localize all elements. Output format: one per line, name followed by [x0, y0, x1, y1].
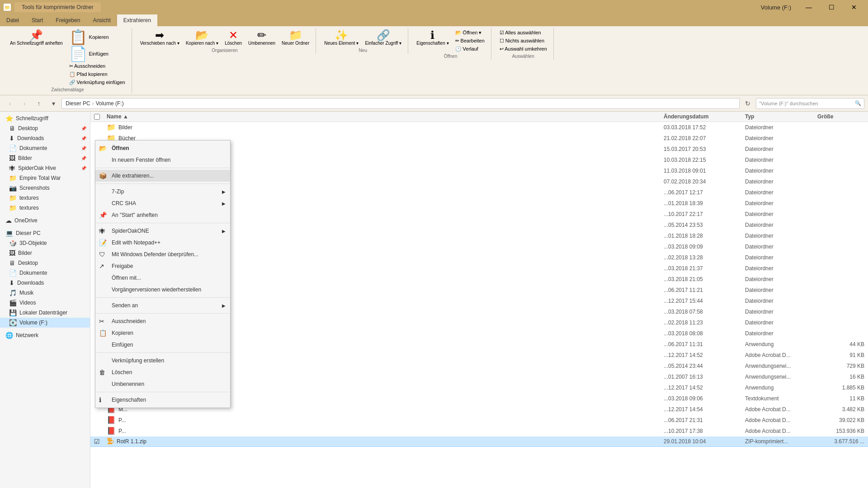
forward-button[interactable]: › — [18, 97, 31, 110]
ribbon-btn-loeschen[interactable]: ✕ Löschen — [222, 29, 245, 47]
ctx-item-kopieren[interactable]: 📋 Kopieren — [95, 327, 230, 339]
ctx-item-umbenennen[interactable]: Umbenennen — [95, 378, 230, 390]
sidebar-item-textures1[interactable]: 📁 textures — [0, 193, 90, 203]
recent-locations-button[interactable]: ▾ — [47, 97, 60, 110]
ribbon-btn-einfuegen[interactable]: 📄 Einfügen — [66, 46, 128, 62]
textures1-icon: 📁 — [9, 194, 17, 202]
ctx-item-crc-sha[interactable]: CRC SHA ▶ — [95, 197, 230, 209]
ctx-item-oeffnen[interactable]: 📂 Öffnen — [95, 142, 230, 154]
header-type[interactable]: Typ — [741, 113, 814, 120]
ribbon-select-buttons: ☑ Alles auswählen ☐ Nichts auswählen ↩ A… — [497, 29, 550, 53]
sidebar-item-3dobjekte[interactable]: 🎲 3D-Objekte — [0, 238, 90, 248]
ctx-item-neues-fenster[interactable]: In neuem Fenster öffnen — [95, 154, 230, 166]
header-name[interactable]: Name ▲ — [103, 113, 660, 120]
ctx-item-7zip[interactable]: 7-Zip ▶ — [95, 186, 230, 197]
ribbon-btn-nichts-auswaehlen[interactable]: ☐ Nichts auswählen — [497, 37, 550, 45]
ribbon-btn-auswahl-umkehren[interactable]: ↩ Auswahl umkehren — [497, 45, 550, 53]
header-date[interactable]: Änderungsdatum — [660, 113, 741, 120]
sidebar-item-bilder[interactable]: 🖼 Bilder 📌 — [0, 153, 90, 163]
ribbon-tab-freigeben[interactable]: Freigeben — [49, 14, 86, 26]
ctx-item-anheften-start[interactable]: 📌 An "Start" anheften — [95, 209, 230, 221]
ribbon-btn-neuer-ordner[interactable]: 📁 Neuer Ordner — [279, 29, 312, 47]
ribbon-btn-ausschneiden[interactable]: ✂ Ausschneiden — [66, 62, 128, 70]
ribbon-tab-extrahieren[interactable]: Extrahieren — [117, 14, 157, 26]
table-row[interactable]: 📁Bilder 03.03.2018 17:52 Dateiordner — [90, 122, 868, 133]
table-row[interactable]: 📕P... ...06.2017 21:31 Adobe Acrobat D..… — [90, 415, 868, 426]
address-path[interactable]: Dieser PC › Volume (F:) — [61, 98, 740, 109]
sidebar-item-desktop-pc[interactable]: 🖥 Desktop — [0, 258, 90, 268]
up-button[interactable]: ↑ — [33, 97, 45, 110]
sidebar-item-dieser-pc[interactable]: 💻 Dieser PC — [0, 228, 90, 238]
delete-ctx-icon: 🗑 — [99, 369, 105, 376]
sidebar-item-schnellzugriff[interactable]: ⭐ Schnellzugriff — [0, 113, 90, 123]
ribbon-btn-verlauf[interactable]: 🕒 Verlauf — [453, 45, 487, 53]
rename-icon: ✏ — [257, 30, 266, 41]
sidebar-item-dokumente-pc[interactable]: 📄 Dokumente — [0, 268, 90, 278]
close-button[interactable]: ✕ — [844, 0, 864, 14]
ribbon-btn-umbenennen[interactable]: ✏ Umbenennen — [245, 29, 278, 47]
ctx-item-einfuegen[interactable]: Einfügen — [95, 339, 230, 351]
sidebar-item-musik[interactable]: 🎵 Musik — [0, 288, 90, 298]
select-all-checkbox[interactable] — [94, 114, 100, 120]
ctx-item-vorgaenger[interactable]: Vorgängerversionen wiederherstellen — [95, 284, 230, 296]
ribbon-btn-oeffnen[interactable]: 📂 Öffnen ▾ — [453, 29, 487, 37]
header-checkbox[interactable] — [90, 114, 103, 120]
ribbon-open-col: 📂 Öffnen ▾ ✏ Bearbeiten 🕒 Verlauf — [453, 29, 487, 53]
ribbon-tab-datei[interactable]: Datei — [0, 14, 25, 26]
sidebar-item-netzwerk[interactable]: 🌐 Netzwerk — [0, 330, 90, 340]
ribbon-btn-bearbeiten[interactable]: ✏ Bearbeiten — [453, 37, 487, 45]
ctx-item-defender[interactable]: 🛡 Mit Windows Defender überprüfen... — [95, 249, 230, 260]
ribbon-btn-eigenschaften[interactable]: ℹ Eigenschaften ▾ — [414, 29, 451, 47]
sidebar-item-lokaler[interactable]: 💾 Lokaler Datenträger — [0, 308, 90, 318]
music-icon: 🎵 — [9, 289, 17, 296]
ctx-item-loeschen[interactable]: 🗑 Löschen — [95, 366, 230, 378]
breadcrumb-dieser-pc[interactable]: Dieser PC — [66, 100, 90, 107]
ctx-item-freigabe[interactable]: ↗ Freigabe — [95, 260, 230, 272]
search-box[interactable]: "Volume (F:)" durchsuchen 🔍 — [756, 98, 864, 109]
sidebar-item-textures2[interactable]: 📁 textures — [0, 203, 90, 213]
ctx-item-verknuepfung-erstellen[interactable]: Verknüpfung erstellen — [95, 355, 230, 366]
ribbon-btn-pfad-kopieren[interactable]: 📋 Pfad kopieren — [66, 70, 128, 78]
ctx-item-ausschneiden[interactable]: ✂ Ausschneiden — [95, 315, 230, 327]
sidebar-item-screenshots[interactable]: 📷 Screenshots — [0, 183, 90, 193]
ctx-item-senden-an[interactable]: Senden an ▶ — [95, 300, 230, 311]
sidebar-item-downloads[interactable]: ⬇ Downloads 📌 — [0, 133, 90, 143]
header-size[interactable]: Größe — [814, 113, 868, 120]
sidebar-item-volume[interactable]: 💽 Volume (F:) — [0, 318, 90, 328]
ctx-item-alle-extrahieren[interactable]: 📦 Alle extrahieren... — [95, 170, 230, 182]
sidebar-item-desktop[interactable]: 🖥 Desktop 📌 — [0, 123, 90, 133]
table-row[interactable]: 📕P... ...10.2017 17:38 Adobe Acrobat D..… — [90, 426, 868, 436]
ribbon-btn-einfacher-zugriff[interactable]: 🔗 Einfacher Zugriff ▾ — [362, 29, 404, 47]
back-button[interactable]: ‹ — [4, 97, 16, 110]
ribbon-tab-tools-compressed[interactable]: Tools für komprimierte Ordner — [14, 2, 101, 12]
maximize-button[interactable]: ☐ — [821, 0, 842, 14]
ribbon-btn-kopieren[interactable]: 📋 Kopieren — [66, 29, 128, 45]
sidebar-item-videos[interactable]: 🎬 Videos — [0, 298, 90, 308]
ctx-item-oeffnen-mit[interactable]: Öffnen mit... — [95, 272, 230, 284]
sidebar-item-empire[interactable]: 📁 Empire Total War — [0, 173, 90, 183]
ribbon-btn-verknuepfung[interactable]: 🔗 Verknüpfung einfügen — [66, 79, 128, 86]
ribbon-organize-buttons: ➡ Verschieben nach ▾ 📂 Kopieren nach ▾ ✕… — [137, 29, 312, 47]
sidebar-item-bilder-pc[interactable]: 🖼 Bilder — [0, 248, 90, 258]
share-icon: ↗ — [99, 263, 104, 270]
sidebar-item-dokumente[interactable]: 📄 Dokumente 📌 — [0, 143, 90, 153]
ribbon-btn-neues-element[interactable]: ✨ Neues Element ▾ — [321, 29, 361, 47]
breadcrumb-volume[interactable]: Volume (F:) — [96, 100, 124, 107]
ctx-item-notepad[interactable]: 📝 Edit with Notepad++ — [95, 237, 230, 249]
ribbon-open-buttons: ℹ Eigenschaften ▾ 📂 Öffnen ▾ ✏ Bearbeite… — [414, 29, 487, 53]
title-bar-tabs: Tools für komprimierte Ordner — [14, 2, 757, 12]
ctx-item-spideroak[interactable]: 🕷 SpiderOakONE ▶ — [95, 225, 230, 237]
ribbon-btn-verschieben[interactable]: ➡ Verschieben nach ▾ — [137, 29, 182, 47]
ctx-item-eigenschaften[interactable]: ℹ Eigenschaften — [95, 394, 230, 406]
ribbon-btn-pin[interactable]: 📌 An Schnellzugriff anheften — [7, 29, 66, 47]
ribbon-btn-alles-auswaehlen[interactable]: ☑ Alles auswählen — [497, 29, 550, 37]
refresh-button[interactable]: ↻ — [741, 97, 754, 110]
ribbon-tab-ansicht[interactable]: Ansicht — [86, 14, 117, 26]
ribbon-btn-kopieren-nach[interactable]: 📂 Kopieren nach ▾ — [183, 29, 221, 47]
ribbon-tab-start[interactable]: Start — [25, 14, 49, 26]
sidebar-item-onedrive[interactable]: ☁ OneDrive — [0, 216, 90, 225]
table-row-selected[interactable]: ☑ 🗜RotR 1.1.zip 29.01.2018 10:04 ZIP-kom… — [90, 436, 868, 447]
minimize-button[interactable]: — — [798, 0, 819, 14]
sidebar-item-downloads-pc[interactable]: ⬇ Downloads — [0, 278, 90, 288]
sidebar-item-spideroak[interactable]: 🕷 SpiderOak Hive 📌 — [0, 163, 90, 173]
